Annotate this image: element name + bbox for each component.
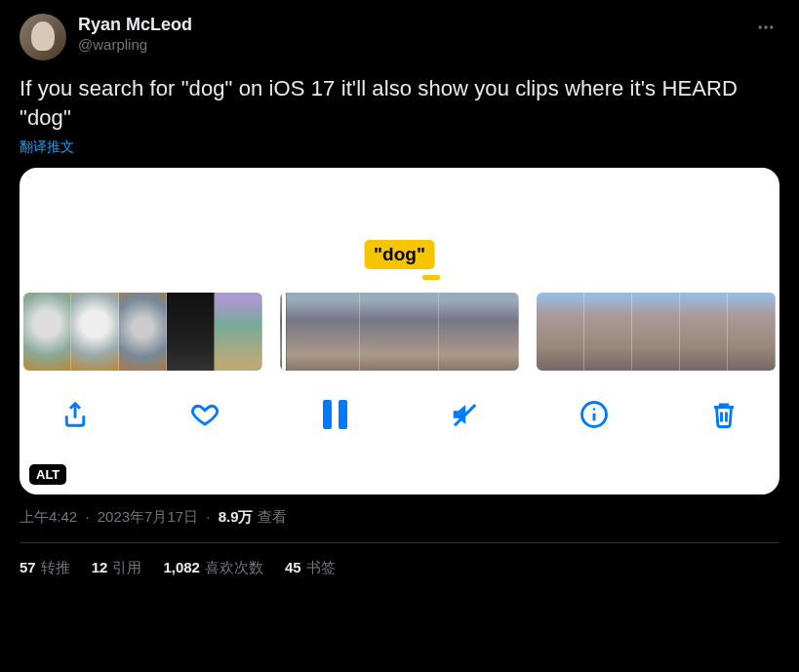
share-icon[interactable]	[60, 400, 90, 429]
media-toolbar	[20, 388, 779, 449]
separator: ·	[81, 508, 93, 525]
clip-thumb	[632, 293, 680, 371]
display-name: Ryan McLeod	[78, 14, 192, 36]
clip-thumb	[728, 293, 776, 371]
clip-thumb	[280, 293, 360, 371]
clip-thumb	[680, 293, 728, 371]
search-term-pill: "dog"	[364, 240, 435, 269]
author-names[interactable]: Ryan McLeod @warpling	[78, 14, 192, 54]
retweets-stat[interactable]: 57转推	[20, 559, 70, 577]
tweet-header: Ryan McLeod @warpling	[20, 14, 779, 60]
clip-thumb	[360, 293, 440, 371]
clip-group[interactable]	[23, 293, 262, 371]
clip-group[interactable]	[537, 293, 776, 371]
clip-thumb	[439, 293, 519, 371]
stat-number: 45	[285, 559, 301, 575]
views-label: 查看	[258, 508, 287, 525]
stat-number: 1,082	[163, 559, 200, 575]
tweet-text: If you search for "dog" on iOS 17 it'll …	[20, 74, 779, 132]
heart-icon[interactable]	[190, 400, 220, 429]
bookmarks-stat[interactable]: 45书签	[285, 559, 336, 577]
clip-thumb	[537, 293, 584, 371]
stat-label: 喜欢次数	[205, 559, 263, 575]
tweet-container: Ryan McLeod @warpling If you search for …	[0, 0, 799, 593]
info-icon[interactable]	[579, 400, 609, 429]
separator: ·	[202, 508, 214, 525]
clip-thumb	[23, 293, 71, 371]
clip-thumb	[215, 293, 262, 371]
alt-badge[interactable]: ALT	[29, 464, 66, 485]
stat-number: 12	[92, 559, 108, 575]
avatar[interactable]	[20, 14, 66, 60]
more-icon[interactable]	[752, 14, 779, 45]
svg-point-1	[764, 25, 767, 28]
clip-thumb	[119, 293, 167, 371]
playhead-icon[interactable]	[282, 293, 286, 371]
tweet-stats: 57转推 12引用 1,082喜欢次数 45书签	[20, 543, 779, 593]
quotes-stat[interactable]: 12引用	[92, 559, 142, 577]
stat-number: 57	[20, 559, 36, 575]
handle: @warpling	[78, 36, 192, 55]
svg-point-6	[593, 409, 596, 412]
views-count[interactable]: 8.9万	[219, 508, 254, 525]
tweet-time[interactable]: 上午4:42	[20, 508, 77, 525]
translate-link[interactable]: 翻译推文	[20, 138, 74, 156]
clip-group[interactable]	[280, 293, 519, 371]
stat-label: 转推	[41, 559, 70, 575]
stat-label: 书签	[306, 559, 336, 575]
svg-point-0	[759, 25, 762, 28]
clip-thumb	[584, 293, 632, 371]
playhead-marker	[422, 275, 440, 280]
likes-stat[interactable]: 1,082喜欢次数	[163, 559, 263, 577]
pause-icon[interactable]	[320, 400, 349, 429]
clip-thumb	[71, 293, 119, 371]
tweet-date[interactable]: 2023年7月17日	[98, 508, 198, 525]
trash-icon[interactable]	[709, 400, 739, 429]
media-card[interactable]: "dog"	[20, 168, 779, 494]
svg-point-2	[770, 25, 773, 28]
clip-thumb	[167, 293, 215, 371]
stat-label: 引用	[112, 559, 141, 575]
mute-icon[interactable]	[450, 400, 479, 429]
timeline-clips	[20, 293, 779, 371]
tweet-meta: 上午4:42 · 2023年7月17日 · 8.9万 查看	[20, 494, 779, 543]
